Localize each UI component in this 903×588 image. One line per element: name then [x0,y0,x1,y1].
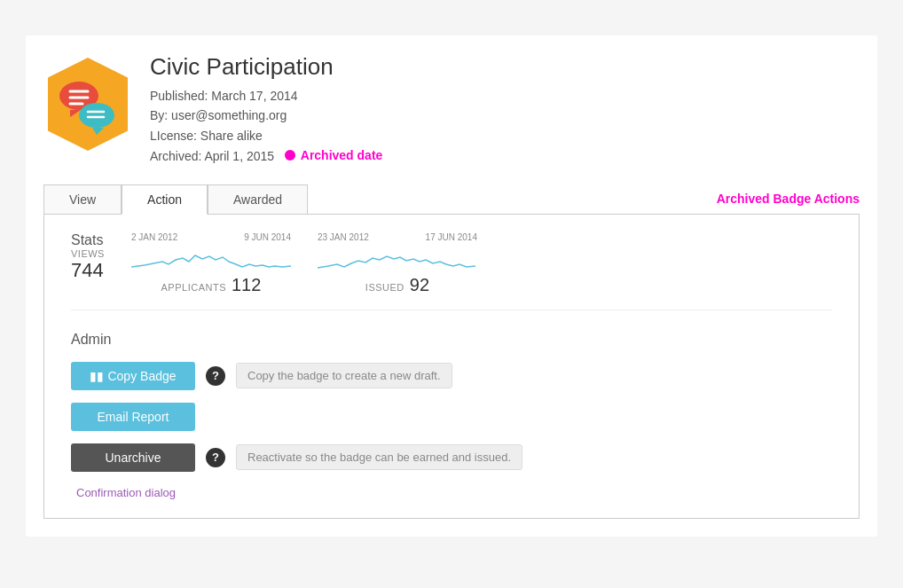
chart2-end: 17 JUN 2014 [426,232,477,242]
badge-title: Civic Participation [150,53,860,81]
copy-icon: ▮▮ [90,369,104,383]
copy-badge-label: Copy Badge [107,369,176,383]
admin-section: Admin ▮▮Copy Badge ? Copy the badge to c… [71,332,832,500]
tab-view[interactable]: View [43,184,122,214]
views-label: VIEWS [71,248,105,259]
badge-archived-text: Archived: April 1, 2015 [150,149,274,163]
panel-content: Stats VIEWS 744 2 JAN 2012 9 JUN 2014 AP… [43,215,860,519]
chart1-end: 9 JUN 2014 [244,232,291,242]
tab-action[interactable]: Action [122,184,208,215]
badge-header: Civic Participation Published: March 17,… [43,53,860,167]
issued-stat-row: ISSUED 92 [365,275,429,295]
unarchive-help-icon[interactable]: ? [206,448,225,467]
stats-title: Stats [71,232,105,248]
copy-badge-hint: Copy the badge to create a new draft. [236,363,452,388]
issued-chart-block: 23 JAN 2012 17 JUN 2014 ISSUED 92 [318,232,477,295]
svg-point-6 [79,103,114,128]
chart2-dates: 23 JAN 2012 17 JUN 2014 [318,232,477,242]
stats-section: Stats VIEWS 744 2 JAN 2012 9 JUN 2014 AP… [71,232,832,310]
confirmation-dialog-link[interactable]: Confirmation dialog [76,486,176,499]
email-report-row: Email Report [71,403,832,431]
applicants-stat-row: APPLICANTS 112 [161,275,262,295]
tabs-bar: View Action Awarded Archived Badge Actio… [43,184,860,215]
tab-awarded[interactable]: Awarded [208,184,308,214]
applicants-label: APPLICANTS [161,282,226,293]
chart2-start: 23 JAN 2012 [318,232,369,242]
copy-badge-help-icon[interactable]: ? [206,366,225,386]
unarchive-label: Unarchive [105,451,161,465]
email-report-label: Email Report [98,410,169,424]
applicants-chart-block: 2 JAN 2012 9 JUN 2014 APPLICANTS 112 [131,232,291,295]
chart1-start: 2 JAN 2012 [131,232,177,242]
issued-value: 92 [410,275,429,295]
badge-hex-icon [43,53,132,142]
badge-published: Published: March 17, 2014 [150,86,860,106]
unarchive-row: Unarchive ? Reactivate so the badge can … [71,443,832,472]
archived-label-text: Archived date [301,145,383,165]
applicants-value: 112 [232,275,261,295]
stats-label: Stats VIEWS 744 [71,232,105,282]
unarchive-button[interactable]: Unarchive [71,443,195,472]
admin-title: Admin [71,332,832,348]
confirmation-dialog-row: Confirmation dialog [75,484,832,500]
main-container: Civic Participation Published: March 17,… [26,35,877,537]
chart1-dates: 2 JAN 2012 9 JUN 2014 [131,232,291,242]
issued-label: ISSUED [365,282,404,293]
badge-license: LIcense: Share alike [150,126,860,145]
archived-dot [285,150,295,161]
copy-badge-button[interactable]: ▮▮Copy Badge [71,362,195,390]
badge-info: Civic Participation Published: March 17,… [150,53,860,167]
issued-chart [318,242,477,273]
views-value: 744 [71,259,105,282]
email-report-button[interactable]: Email Report [71,403,195,431]
archived-badge-label: Archived date [285,145,383,165]
copy-badge-row: ▮▮Copy Badge ? Copy the badge to create … [71,362,832,390]
applicants-chart [131,242,291,273]
archived-badge-actions-label: Archived Badge Actions [717,192,860,206]
badge-meta: Published: March 17, 2014 By: user@somet… [150,86,860,167]
badge-by: By: user@something.org [150,106,860,125]
badge-archived-line: Archived: April 1, 2015 Archived date [150,145,860,167]
unarchive-hint: Reactivate so the badge can be earned an… [236,444,522,470]
